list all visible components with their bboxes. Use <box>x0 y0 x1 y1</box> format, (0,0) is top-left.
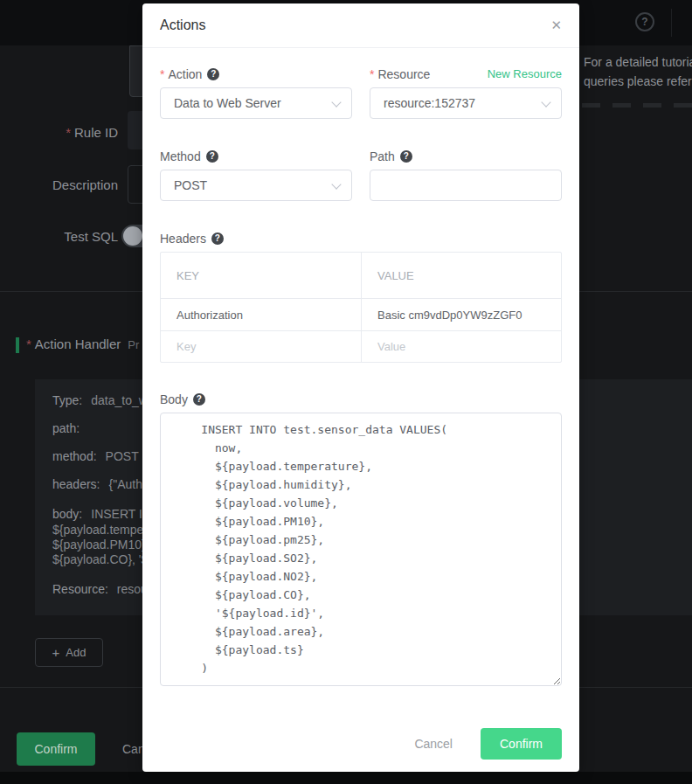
tutorial-line-2: queries please refer to <box>584 72 692 91</box>
actions-modal: Actions ✕ * Action ? Data to Web Server <box>142 3 579 772</box>
method-select[interactable]: POST <box>160 170 352 201</box>
resource-label: *Resource <box>370 67 430 81</box>
question-mark-icon[interactable]: ? <box>400 150 412 163</box>
table-row: Authorization Basic cm9vdDp0YW9zZGF0 <box>161 298 561 330</box>
plus-icon: + <box>52 645 60 660</box>
resource-field: *Resource New Resource resource:152737 <box>370 66 562 119</box>
cancel-button[interactable]: Cancel <box>414 737 453 751</box>
preview-row-method: method:POST <box>52 449 139 463</box>
preview-row-body: body:INSERT IN <box>52 507 151 521</box>
resource-select[interactable]: resource:152737 <box>370 87 562 119</box>
modal-header: Actions ✕ <box>142 3 579 48</box>
method-label: Method ? <box>160 148 352 164</box>
preview-row-resource: Resource:resou <box>52 582 148 596</box>
page-confirm-button[interactable]: Confirm <box>17 732 95 766</box>
required-asterisk: * <box>66 125 71 140</box>
required-asterisk: * <box>26 336 31 351</box>
column-header-key: KEY <box>161 253 362 298</box>
description-label: Description <box>0 177 118 192</box>
new-resource-link[interactable]: New Resource <box>488 67 562 80</box>
rule-id-label: *Rule ID <box>0 125 118 140</box>
table-row-placeholder: Key Value <box>161 330 561 362</box>
headers-section: Headers ? KEY VALUE Authorization Basic … <box>160 230 562 363</box>
resource-label-row: *Resource New Resource <box>370 66 562 82</box>
body-label: Body ? <box>160 391 562 407</box>
header-divider <box>671 9 672 37</box>
question-mark-icon[interactable]: ? <box>193 393 205 406</box>
preview-body-line4: ${payload.CO}, '$ <box>52 552 148 566</box>
bottom-bar <box>0 772 692 784</box>
preview-row-type: Type:data_to_w <box>52 393 148 407</box>
body-textarea[interactable]: INSERT INTO test.sensor_data VALUES( now… <box>160 413 562 686</box>
path-input[interactable] <box>370 170 562 201</box>
action-label: * Action ? <box>160 66 352 82</box>
headers-table: KEY VALUE Authorization Basic cm9vdDp0YW… <box>160 252 562 363</box>
modal-body: * Action ? Data to Web Server *Resource … <box>142 48 579 760</box>
preview-row-path: path: <box>52 421 88 435</box>
section-accent-bar <box>16 337 19 353</box>
preview-row-headers: headers:{"Auth <box>52 477 142 491</box>
tutorial-note: For a detailed tutorial queries please r… <box>584 52 692 91</box>
headers-label: Headers ? <box>160 230 562 246</box>
add-action-button[interactable]: + Add <box>35 638 103 667</box>
header-key-cell[interactable]: Authorization <box>161 299 362 330</box>
method-select-value: POST <box>174 178 207 192</box>
path-field: Path ? <box>370 148 562 201</box>
chevron-down-icon <box>331 97 341 107</box>
question-mark-icon[interactable]: ? <box>206 150 218 163</box>
preview-body-line2: ${payload.temper <box>52 523 148 537</box>
confirm-button[interactable]: Confirm <box>481 728 562 760</box>
chevron-down-icon <box>331 179 341 189</box>
test-sql-label: Test SQL <box>0 229 118 244</box>
header-key-input[interactable]: Key <box>161 331 362 362</box>
question-mark-icon[interactable]: ? <box>211 232 224 245</box>
required-asterisk: * <box>160 67 164 81</box>
path-label: Path ? <box>370 148 562 164</box>
action-field: * Action ? Data to Web Server <box>160 66 352 119</box>
help-icon[interactable]: ? <box>635 12 654 31</box>
modal-title: Actions <box>160 17 205 33</box>
row-method-path: Method ? POST Path ? <box>160 148 562 201</box>
chevron-down-icon <box>541 97 550 107</box>
header-value-cell[interactable]: Basic cm9vdDp0YW9zZGF0 <box>362 299 562 330</box>
header-value-input[interactable]: Value <box>362 331 562 362</box>
action-handler-extra: Pr <box>128 338 139 351</box>
question-mark-icon[interactable]: ? <box>207 68 219 80</box>
required-asterisk: * <box>370 67 374 81</box>
column-header-value: VALUE <box>362 253 562 298</box>
row-action-resource: * Action ? Data to Web Server *Resource … <box>160 66 562 119</box>
action-select[interactable]: Data to Web Server <box>160 87 352 119</box>
method-field: Method ? POST <box>160 148 352 201</box>
action-select-value: Data to Web Server <box>174 96 281 110</box>
preview-body-line3: ${payload.PM10} <box>52 538 146 552</box>
tutorial-line-1: For a detailed tutorial <box>584 52 692 72</box>
dashed-separator <box>582 103 692 108</box>
modal-footer: Cancel Confirm <box>160 728 562 760</box>
close-icon[interactable]: ✕ <box>550 17 562 33</box>
action-handler-heading: *Action HandlerPr <box>26 336 139 351</box>
add-button-label: Add <box>66 646 86 659</box>
body-section: Body ? INSERT INTO test.sensor_data VALU… <box>160 391 562 690</box>
headers-table-head: KEY VALUE <box>161 253 561 298</box>
toggle-knob <box>123 226 142 246</box>
resource-select-value: resource:152737 <box>384 96 475 110</box>
